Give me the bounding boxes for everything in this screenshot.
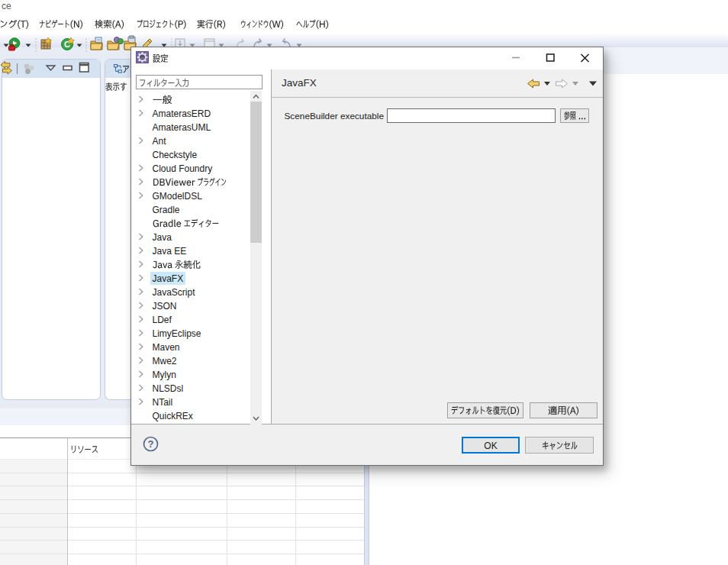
svg-text:?: ? xyxy=(148,438,154,450)
